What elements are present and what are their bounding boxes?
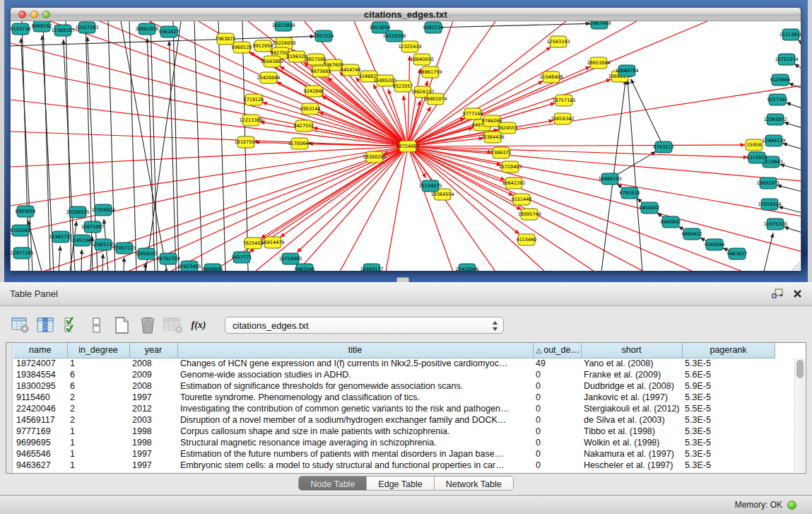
graph-node[interactable]: 20681030 [135, 23, 158, 35]
graph-node[interactable]: 19901074 [423, 93, 447, 105]
graph-node[interactable]: 11451944 [70, 235, 93, 246]
clear-selection-icon[interactable] [86, 315, 107, 336]
table-row[interactable]: 1938455462009Genome-wide association stu… [13, 369, 775, 380]
graph-node[interactable]: 9361027 [159, 26, 180, 37]
graph-node[interactable]: 8186328 [287, 51, 307, 62]
column-header-title[interactable]: title [177, 343, 533, 358]
table-row[interactable]: 977716911998Corpus callosum shape and si… [13, 426, 775, 437]
table-row[interactable]: 969969511998Structural magnetic resonanc… [13, 437, 775, 448]
graph-node[interactable]: 12543193 [546, 36, 570, 47]
graph-node[interactable]: 16033809 [271, 21, 295, 31]
graph-node[interactable]: 20364436 [481, 132, 504, 143]
float-panel-icon[interactable] [772, 288, 783, 299]
graph-node[interactable]: 15751074 [775, 54, 798, 65]
function-builder-icon[interactable]: f(x) [188, 315, 209, 336]
graph-node[interactable]: 12444139 [762, 135, 785, 146]
table-row[interactable]: 946554611997Estimation of the future num… [13, 448, 775, 460]
graph-node[interactable]: 18107554 [234, 136, 257, 148]
graph-node[interactable]: 10958107 [134, 248, 158, 259]
tab-node-table[interactable]: Node Table [299, 477, 367, 491]
delete-table-icon[interactable] [163, 315, 184, 336]
graph-node[interactable]: 16543882 [260, 56, 283, 67]
graph-node[interactable]: 14569117 [360, 264, 383, 271]
graph-node[interactable]: 18757165 [552, 95, 575, 106]
graph-node[interactable]: 9245044 [705, 239, 725, 250]
graph-node[interactable]: 9463627 [727, 248, 748, 259]
graph-node[interactable]: 2803144 [300, 103, 321, 115]
graph-node[interactable]: 18300295 [363, 151, 386, 163]
graph-node[interactable]: 16914479 [261, 237, 284, 248]
graph-node[interactable]: 22420046 [455, 264, 478, 271]
graph-node[interactable]: 17957223 [112, 243, 136, 254]
graph-node[interactable]: 7386372 [491, 147, 512, 158]
graph-node[interactable]: 8454749 [341, 64, 361, 76]
graph-node[interactable]: 9699695 [203, 264, 223, 271]
graph-node[interactable]: 10557243 [75, 22, 98, 33]
graph-node[interactable]: 10975887 [81, 221, 104, 233]
graph-node[interactable]: 15718485 [278, 253, 302, 264]
graph-node[interactable]: 7963822 [216, 33, 236, 45]
graph-node[interactable]: 8215953 [747, 152, 767, 163]
network-graph-canvas[interactable]: 1872400779638228960128891295423226058982… [11, 21, 801, 271]
tab-edge-table[interactable]: Edge Table [367, 477, 434, 491]
graph-node[interactable]: 7857224 [314, 30, 334, 42]
graph-node[interactable]: 15692971 [756, 177, 779, 189]
column-header-pagerank[interactable]: pagerank [682, 343, 775, 358]
graph-node[interactable]: 10642291 [502, 177, 525, 189]
table-vertical-scrollbar[interactable] [794, 358, 805, 472]
graph-node[interactable]: 9129966 [770, 74, 791, 86]
graph-node[interactable]: 8945842 [661, 216, 681, 228]
graph-node[interactable]: 9582234 [423, 22, 444, 33]
graph-node[interactable]: 9875685 [311, 66, 331, 77]
table-row[interactable]: 1872400712008Changes of HCN gene express… [13, 358, 775, 369]
graph-node[interactable]: 17359924 [91, 204, 114, 216]
table-settings-icon[interactable] [10, 315, 31, 336]
graph-node[interactable]: 2718126 [244, 94, 264, 105]
graph-node[interactable]: 9242848 [304, 86, 324, 97]
graph-node[interactable]: 15113810 [779, 29, 801, 40]
graph-node[interactable]: 16961759 [418, 66, 442, 78]
graph-node[interactable]: 23420046 [257, 72, 280, 83]
graph-node[interactable]: 8960128 [232, 42, 252, 53]
network-window[interactable]: citations_edges.txt 18724007796382289601… [10, 7, 801, 271]
graph-node[interactable]: 12503135 [91, 239, 114, 250]
graph-node[interactable]: 12093872 [763, 114, 787, 125]
graph-node[interactable]: 16816342 [551, 113, 574, 124]
graph-node[interactable]: 12213389 [239, 115, 262, 126]
column-header-out_de[interactable]: △out_de… [533, 343, 581, 358]
graph-node[interactable]: 9450412 [682, 228, 702, 240]
graph-node[interactable]: 12667469 [587, 21, 611, 29]
tab-network-table[interactable]: Network Table [435, 477, 513, 491]
column-header-short[interactable]: short [581, 343, 682, 358]
table-row[interactable]: 2242004622012Investigating the contribut… [13, 403, 775, 414]
scrollbar-thumb[interactable] [796, 360, 804, 378]
column-header-name[interactable]: name [13, 343, 67, 358]
graph-node[interactable]: 9151448 [512, 194, 532, 205]
graph-node[interactable]: 18640910 [410, 54, 433, 65]
graph-node[interactable]: 9227343 [767, 94, 788, 105]
graph-node[interactable]: 11675338 [763, 218, 787, 230]
graph-node[interactable]: 9457771 [232, 252, 252, 263]
graph-node[interactable]: 20206535 [66, 206, 89, 218]
graph-node[interactable]: 12923485 [177, 261, 201, 271]
graph-node[interactable]: 16782759 [156, 253, 180, 264]
graph-node[interactable]: 17016504 [758, 199, 781, 210]
graph-node[interactable]: 18095749 [517, 209, 541, 220]
graph-node[interactable]: 6793213 [654, 141, 674, 153]
graph-node[interactable]: 11548408 [539, 71, 563, 83]
graph-node[interactable]: 9115460 [517, 234, 537, 245]
graph-node[interactable]: 16488193 [598, 173, 621, 185]
delete-icon[interactable] [137, 315, 158, 336]
graph-node[interactable]: 12977295 [11, 247, 34, 259]
new-file-icon[interactable] [112, 315, 133, 336]
graph-node[interactable]: 8099742 [32, 21, 52, 32]
graph-node[interactable]: 9155734 [11, 23, 30, 35]
graph-node[interactable]: 8522057 [393, 81, 413, 92]
graph-node[interactable]: 10648784 [615, 65, 638, 76]
graph-node[interactable]: 11942737 [49, 231, 72, 243]
graph-node[interactable]: 12325419 [398, 41, 421, 52]
table-row[interactable]: 1830029562008Estimation of significance … [13, 380, 775, 392]
graph-node[interactable]: 7625402 [243, 238, 264, 249]
graph-node[interactable]: 9777169 [463, 108, 483, 119]
table-select-dropdown[interactable]: citations_edges.txt [225, 317, 504, 334]
